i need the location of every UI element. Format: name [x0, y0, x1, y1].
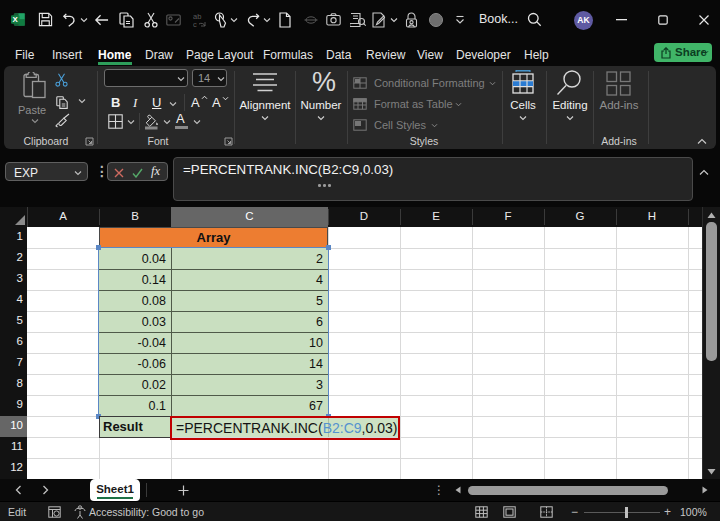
- svg-text:X: X: [13, 15, 19, 24]
- svg-text:c: c: [193, 20, 197, 29]
